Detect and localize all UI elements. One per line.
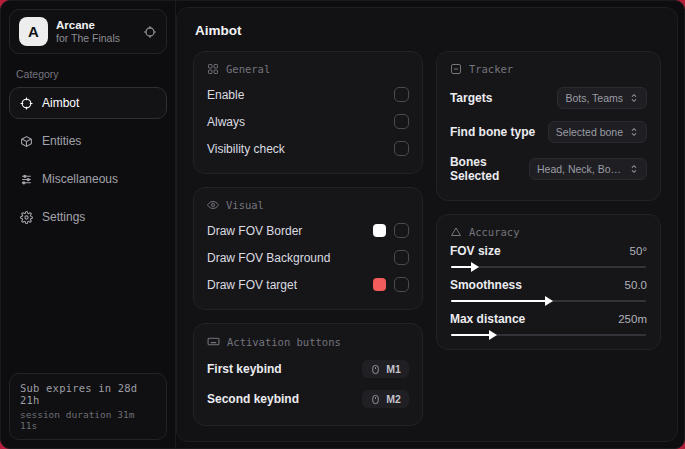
sidebar-item-miscellaneous[interactable]: Miscellaneous [9,163,167,195]
slider-head: Max distance 250m [450,312,647,326]
setting-row-fov-background: Draw FOV Background [207,244,409,271]
category-label: Category [16,68,160,80]
subscription-expiry: Sub expires in 28d 21h [20,382,156,406]
slider-thumb[interactable] [471,262,479,272]
sidebar-item-aimbot[interactable]: Aimbot [9,87,167,119]
setting-row-first-keybind: First keybind M1 [207,354,409,384]
cube-icon [20,135,33,148]
fov-target-checkbox[interactable] [394,277,409,292]
activation-card-header: Activation buttons [207,335,409,348]
fov-size-slider[interactable] [451,266,646,268]
page-title: Aimbot [195,23,659,38]
targets-dropdown[interactable]: Bots, Teams [557,87,647,109]
setting-label: Visibility check [207,142,285,156]
setting-label: Draw FOV Border [207,224,302,238]
app-window: A Arcane for The Finals Category Aimbot … [0,0,685,449]
setting-row-fov-border: Draw FOV Border [207,217,409,244]
dropdown-value: Head, Neck, Body, Pe.. [537,163,623,175]
profile-text: Arcane for The Finals [56,19,135,44]
sidebar: A Arcane for The Finals Category Aimbot … [1,1,176,448]
max-distance-slider-group: Max distance 250m [450,312,647,336]
smoothness-slider[interactable] [451,300,646,302]
card-title: Tracker [469,63,513,75]
card-columns: General Enable Always Visibility check [193,51,661,426]
visibility-check-checkbox[interactable] [394,141,409,156]
first-keybind-button[interactable]: M1 [362,360,409,378]
main-panel: Aimbot General Enable Al [176,7,678,442]
crosshair-target-icon[interactable] [143,25,157,39]
activation-card: Activation buttons First keybind M1 Seco… [193,323,423,426]
visual-card: Visual Draw FOV Border Draw FOV Backgrou… [193,187,423,310]
setting-row-visibility-check: Visibility check [207,135,409,162]
setting-label: Draw FOV Background [207,251,330,265]
mouse-icon [370,364,381,375]
setting-label: Enable [207,88,244,102]
fov-border-color-swatch[interactable] [373,224,386,237]
setting-row-fov-target: Draw FOV target [207,271,409,298]
bones-selected-dropdown[interactable]: Head, Neck, Body, Pe.. [529,158,647,180]
triangle-icon [450,226,462,238]
dropdown-value: Selected bone [556,126,623,138]
accuracy-card-header: Accuracy [450,226,647,238]
sidebar-item-settings[interactable]: Settings [9,201,167,233]
setting-label: Bones Selected [450,155,529,183]
max-distance-slider[interactable] [451,334,646,336]
card-title: Activation buttons [227,336,341,348]
session-duration: session duration 31m 11s [20,409,156,431]
slider-fill [451,334,492,336]
second-keybind-button[interactable]: M2 [362,390,409,408]
setting-label: Second keybind [207,392,299,406]
general-card: General Enable Always Visibility check [193,51,423,174]
slider-label: FOV size [450,244,501,258]
app-subtitle: for The Finals [56,32,135,44]
sidebar-item-label: Aimbot [42,96,79,110]
slider-thumb[interactable] [489,330,497,340]
keybind-value: M1 [386,363,401,375]
setting-row-bones-selected: Bones Selected Head, Neck, Body, Pe.. [450,149,647,189]
row-controls [373,277,409,292]
slider-head: FOV size 50° [450,244,647,258]
card-title: General [226,63,270,75]
always-checkbox[interactable] [394,114,409,129]
left-column: General Enable Always Visibility check [193,51,423,426]
fov-target-color-swatch[interactable] [373,278,386,291]
slider-value: 50° [630,245,647,257]
enable-checkbox[interactable] [394,87,409,102]
fov-background-checkbox[interactable] [394,250,409,265]
slider-label: Smoothness [450,278,522,292]
profile-card[interactable]: A Arcane for The Finals [9,9,167,54]
grid-icon [207,63,219,75]
sidebar-item-entities[interactable]: Entities [9,125,167,157]
visual-card-header: Visual [207,199,409,211]
dropdown-value: Bots, Teams [565,92,623,104]
setting-label: Find bone type [450,125,535,139]
chevrons-up-down-icon [629,93,639,103]
bone-type-dropdown[interactable]: Selected bone [548,121,647,143]
tracker-card: Tracker Targets Bots, Teams Find bone ty… [436,51,661,201]
sidebar-item-label: Entities [42,134,81,148]
slider-thumb[interactable] [545,296,553,306]
setting-label: Draw FOV target [207,278,297,292]
sidebar-item-label: Miscellaneous [42,172,118,186]
sidebar-spacer [9,239,167,373]
right-column: Tracker Targets Bots, Teams Find bone ty… [436,51,661,350]
app-logo: A [19,17,48,46]
sidebar-item-label: Settings [42,210,85,224]
square-minus-icon [450,63,462,75]
keyboard-icon [207,335,220,348]
row-controls [373,223,409,238]
gear-icon [20,211,33,224]
setting-label: Always [207,115,245,129]
accuracy-card: Accuracy FOV size 50° [436,214,661,350]
card-title: Accuracy [469,226,520,238]
general-card-header: General [207,63,409,75]
setting-row-enable: Enable [207,81,409,108]
slider-head: Smoothness 50.0 [450,278,647,292]
slider-fill [451,300,549,302]
smoothness-slider-group: Smoothness 50.0 [450,278,647,302]
mouse-icon [370,394,381,405]
slider-value: 50.0 [625,279,647,291]
keybind-value: M2 [386,393,401,405]
chevrons-up-down-icon [629,164,639,174]
fov-border-checkbox[interactable] [394,223,409,238]
